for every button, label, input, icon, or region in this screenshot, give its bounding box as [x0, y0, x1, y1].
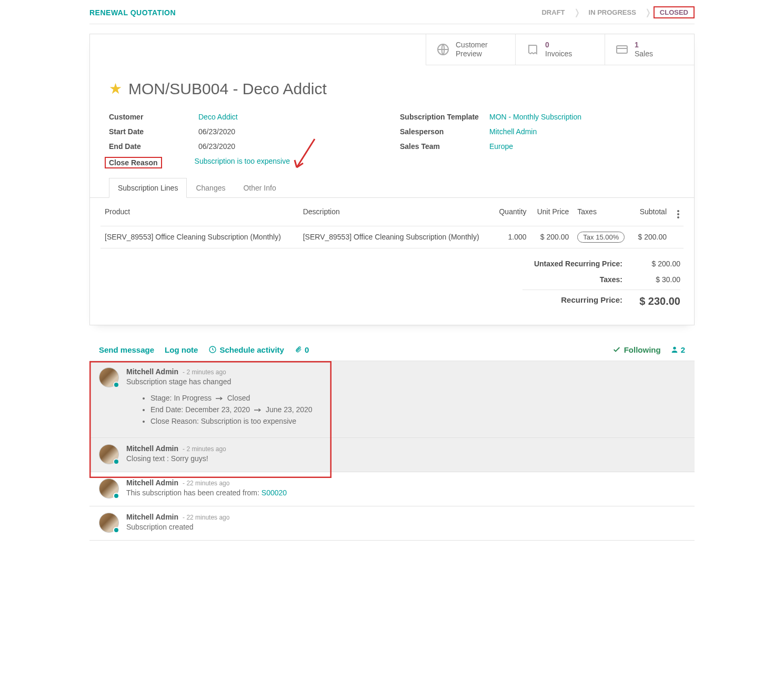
- field-label: Sales Team: [400, 142, 489, 151]
- following-button[interactable]: Following: [612, 345, 661, 354]
- message-text: Subscription stage has changed: [126, 377, 685, 386]
- col-description[interactable]: Description: [299, 198, 493, 226]
- col-unit-price[interactable]: Unit Price: [531, 198, 574, 226]
- renewal-quotation-button[interactable]: RENEWAL QUOTATION: [89, 8, 176, 17]
- cell-product: [SERV_89553] Office Cleaning Subscriptio…: [100, 226, 299, 248]
- customer-link[interactable]: Deco Addict: [198, 113, 238, 121]
- stat-label: Sales: [635, 49, 653, 58]
- avatar[interactable]: [99, 444, 119, 464]
- chevron-icon: ❭: [645, 7, 651, 17]
- untaxed-label: Untaxed Recurring Price:: [522, 260, 622, 268]
- header-bar: RENEWAL QUOTATION DRAFT ❭ IN PROGRESS ❭ …: [89, 0, 695, 24]
- field-label: Start Date: [109, 127, 198, 136]
- message-author: Mitchell Admin: [126, 478, 178, 487]
- followers-count: 2: [681, 345, 685, 354]
- team-link[interactable]: Europe: [489, 142, 513, 151]
- svg-rect-1: [617, 46, 627, 53]
- attachments-button[interactable]: 0: [295, 345, 309, 354]
- cell-unit-price: $ 200.00: [531, 226, 574, 248]
- col-quantity[interactable]: Quantity: [493, 198, 531, 226]
- tab-subscription-lines[interactable]: Subscription Lines: [109, 178, 187, 198]
- user-icon: [670, 345, 679, 354]
- recurring-label: Recurring Price:: [522, 295, 622, 307]
- tab-changes[interactable]: Changes: [187, 178, 234, 198]
- stage-in-progress[interactable]: IN PROGRESS: [582, 6, 642, 18]
- stat-label: Invoices: [545, 49, 572, 58]
- avatar[interactable]: [99, 478, 119, 498]
- avatar[interactable]: [99, 513, 119, 533]
- source-link[interactable]: S00020: [262, 488, 287, 497]
- chevron-icon: ❭: [574, 7, 580, 17]
- col-taxes[interactable]: Taxes: [573, 198, 631, 226]
- stat-line: Preview: [456, 49, 488, 58]
- message-time: - 22 minutes ago: [183, 514, 229, 521]
- customer-preview-button[interactable]: Customer Preview: [426, 34, 515, 65]
- tabs: Subscription Lines Changes Other Info: [90, 178, 694, 198]
- tax-badge: Tax 15.00%: [577, 232, 625, 243]
- presence-icon: [113, 382, 119, 388]
- col-options[interactable]: [671, 198, 684, 226]
- change-list: Stage: In Progress Closed End Date: Dece…: [150, 392, 685, 427]
- lines-table: Product Description Quantity Unit Price …: [100, 198, 684, 248]
- message: Mitchell Admin- 2 minutes ago Closing te…: [89, 438, 695, 472]
- field-label: Subscription Template: [400, 113, 489, 121]
- message: Mitchell Admin- 22 minutes ago This subs…: [89, 472, 695, 506]
- book-icon: [526, 43, 539, 56]
- stage-bar: DRAFT ❭ IN PROGRESS ❭ CLOSED: [535, 6, 695, 18]
- send-message-button[interactable]: Send message: [99, 345, 154, 354]
- record-card: Customer Preview 0 Invoices 1 Sales: [89, 34, 695, 325]
- log-note-button[interactable]: Log note: [165, 345, 198, 354]
- stat-count: 1: [635, 41, 653, 49]
- avatar[interactable]: [99, 367, 119, 387]
- taxes-label: Taxes:: [522, 275, 622, 284]
- field-value: 06/23/2020: [198, 142, 235, 151]
- message-author: Mitchell Admin: [126, 513, 178, 521]
- field-value: 06/23/2020: [198, 127, 235, 136]
- col-product[interactable]: Product: [100, 198, 299, 226]
- taxes-value: $ 30.00: [622, 275, 680, 284]
- attachments-count: 0: [305, 345, 309, 354]
- message: Mitchell Admin- 2 minutes ago Subscripti…: [89, 361, 695, 438]
- followers-button[interactable]: 2: [670, 345, 685, 354]
- globe-icon: [437, 43, 449, 56]
- stage-closed[interactable]: CLOSED: [654, 6, 695, 18]
- cell-taxes: Tax 15.00%: [573, 226, 631, 248]
- dots-icon: [677, 210, 679, 218]
- col-subtotal[interactable]: Subtotal: [632, 198, 671, 226]
- cell-description: [SERV_89553] Office Cleaning Subscriptio…: [299, 226, 493, 248]
- stat-buttons: Customer Preview 0 Invoices 1 Sales: [90, 34, 694, 65]
- message: Mitchell Admin- 22 minutes ago Subscript…: [89, 506, 695, 541]
- star-icon[interactable]: ★: [109, 80, 122, 97]
- cell-subtotal: $ 200.00: [632, 226, 671, 248]
- close-reason-label: Close Reason: [105, 157, 162, 168]
- recurring-value: $ 230.00: [622, 295, 680, 307]
- cell-quantity: 1.000: [493, 226, 531, 248]
- message-time: - 2 minutes ago: [183, 445, 226, 453]
- untaxed-value: $ 200.00: [622, 260, 680, 268]
- table-row[interactable]: [SERV_89553] Office Cleaning Subscriptio…: [100, 226, 684, 248]
- record-title: MON/SUB004 - Deco Addict: [128, 80, 327, 98]
- salesperson-link[interactable]: Mitchell Admin: [489, 127, 537, 136]
- message-author: Mitchell Admin: [126, 367, 178, 376]
- sales-button[interactable]: 1 Sales: [605, 34, 694, 65]
- schedule-activity-button[interactable]: Schedule activity: [208, 345, 284, 354]
- following-label: Following: [624, 345, 661, 354]
- message-time: - 22 minutes ago: [183, 480, 229, 487]
- svg-point-4: [673, 347, 676, 350]
- invoices-button[interactable]: 0 Invoices: [515, 34, 605, 65]
- message-time: - 2 minutes ago: [183, 368, 226, 376]
- message-author: Mitchell Admin: [126, 444, 178, 453]
- tab-other-info[interactable]: Other Info: [234, 178, 285, 198]
- card-icon: [616, 43, 628, 56]
- field-label: Salesperson: [400, 127, 489, 136]
- presence-icon: [113, 527, 119, 533]
- arrow-icon: [216, 396, 223, 401]
- field-label: End Date: [109, 142, 198, 151]
- stat-line: Customer: [456, 41, 488, 49]
- close-reason-value[interactable]: Subscription is too expensive: [195, 157, 290, 168]
- message-text: Subscription created: [126, 523, 685, 531]
- schedule-label: Schedule activity: [219, 345, 284, 354]
- stat-count: 0: [545, 41, 572, 49]
- template-link[interactable]: MON - Monthly Subscription: [489, 113, 581, 121]
- stage-draft[interactable]: DRAFT: [535, 6, 571, 18]
